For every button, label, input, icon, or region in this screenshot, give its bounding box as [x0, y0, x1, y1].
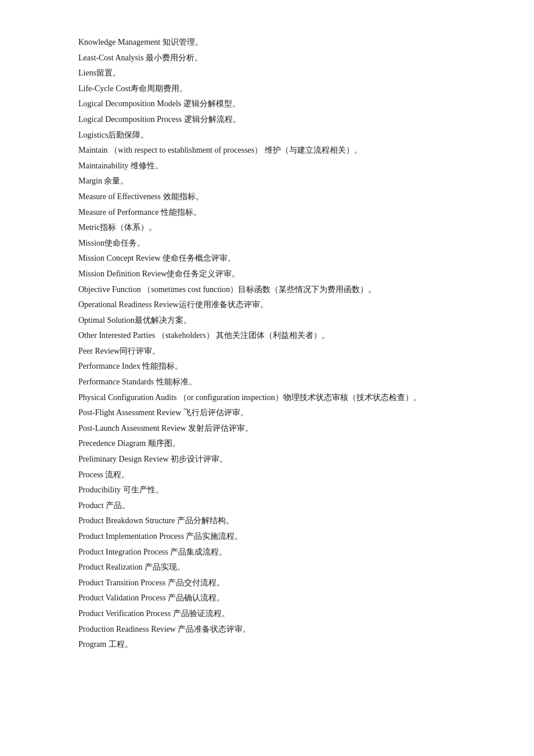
entry-product-verification-process: Product Verification Process 产品验证流程。: [78, 606, 456, 622]
entry-other-interested-parties: Other Interested Parties （stakeholders） …: [78, 328, 456, 344]
entry-optimal-solution: Optimal Solution最优解决方案。: [78, 313, 456, 329]
entry-logical-decomposition-process: Logical Decomposition Process 逻辑分解流程。: [78, 112, 456, 128]
entry-performance-index: Performance Index 性能指标。: [78, 359, 456, 375]
entry-maintain: Maintain （with respect to establishment …: [78, 143, 456, 159]
entry-post-launch-assessment-review: Post-Launch Assessment Review 发射后评估评审。: [78, 421, 456, 437]
entry-product-implementation-process: Product Implementation Process 产品实施流程。: [78, 529, 456, 545]
entry-life-cycle-cost: Life-Cycle Cost寿命周期费用。: [78, 81, 456, 97]
entry-logistics: Logistics后勤保障。: [78, 128, 456, 143]
entry-producibility: Producibility 可生产性。: [78, 483, 456, 498]
entry-product-transition-process: Product Transition Process 产品交付流程。: [78, 575, 456, 591]
entry-measure-of-performance: Measure of Performance 性能指标。: [78, 205, 456, 221]
content-area: Knowledge Management 知识管理。Least-Cost Ana…: [78, 35, 456, 653]
entry-least-cost-analysis: Least-Cost Analysis 最小费用分析。: [78, 51, 456, 66]
entry-metric: Metric指标（体系）。: [78, 220, 456, 236]
entry-logical-decomposition-models: Logical Decomposition Models 逻辑分解模型。: [78, 96, 456, 112]
entry-physical-configuration-audits: Physical Configuration Audits （or config…: [78, 390, 456, 406]
entry-mission-definition-review: Mission Definition Review使命任务定义评审。: [78, 267, 456, 282]
entry-product-validation-process: Product Validation Process 产品确认流程。: [78, 591, 456, 606]
entry-peer-review: Peer Review同行评审。: [78, 344, 456, 359]
entry-operational-readiness-review: Operational Readiness Review运行使用准备状态评审。: [78, 297, 456, 313]
entry-product: Product 产品。: [78, 498, 456, 514]
entry-post-flight-assessment-review: Post-Flight Assessment Review 飞行后评估评审。: [78, 405, 456, 421]
entry-product-integration-process: Product Integration Process 产品集成流程。: [78, 545, 456, 560]
entry-liens: Liens留置。: [78, 66, 456, 81]
entry-product-breakdown-structure: Product Breakdown Structure 产品分解结构。: [78, 513, 456, 529]
entry-precedence-diagram: Precedence Diagram 顺序图。: [78, 436, 456, 452]
entry-process: Process 流程。: [78, 467, 456, 483]
entry-program: Program 工程。: [78, 637, 456, 653]
entry-knowledge-management: Knowledge Management 知识管理。: [78, 35, 456, 51]
entry-margin: Margin 余量。: [78, 174, 456, 189]
entry-mission-concept-review: Mission Concept Review 使命任务概念评审。: [78, 251, 456, 267]
entry-performance-standards: Performance Standards 性能标准。: [78, 375, 456, 390]
entry-preliminary-design-review: Preliminary Design Review 初步设计评审。: [78, 452, 456, 467]
entry-mission: Mission使命任务。: [78, 236, 456, 251]
entry-objective-function: Objective Function （sometimes cost funct…: [78, 282, 456, 298]
entry-product-realization: Product Realization 产品实现。: [78, 560, 456, 575]
entry-maintainability: Maintainability 维修性。: [78, 159, 456, 174]
entry-production-readiness-review: Production Readiness Review 产品准备状态评审。: [78, 622, 456, 638]
entry-measure-of-effectiveness: Measure of Effectiveness 效能指标。: [78, 189, 456, 205]
